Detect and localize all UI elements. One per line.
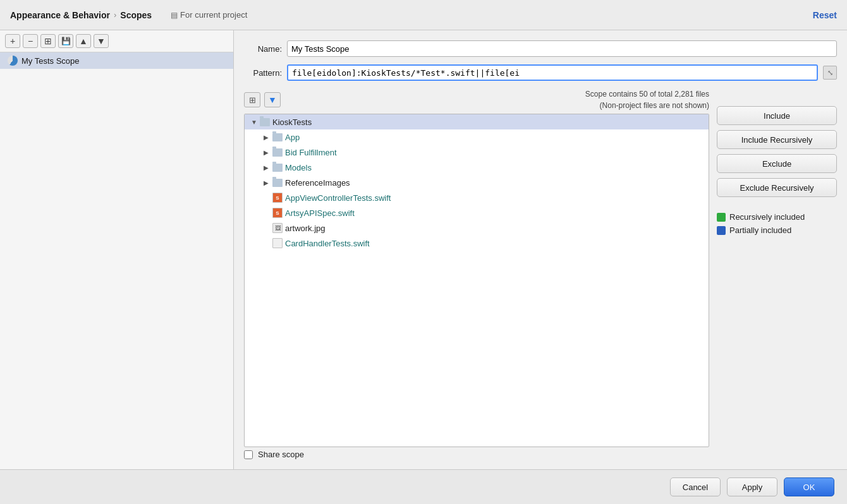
apply-button[interactable]: Apply bbox=[727, 477, 777, 496]
down-arrow-icon: ▼ bbox=[97, 36, 106, 46]
legend-recursively-included: Recursively included bbox=[717, 212, 837, 222]
action-panel: Include Include Recursively Exclude Excl… bbox=[717, 88, 837, 459]
project-label: ▤ For current project bbox=[171, 10, 247, 20]
tree-section: ⊞ ▼ Scope contains 50 of total 2,281 fil… bbox=[244, 88, 837, 459]
tree-item-label: KioskTests bbox=[272, 117, 312, 127]
save-scope-button[interactable]: 💾 bbox=[58, 34, 73, 48]
expand-icon: ⤡ bbox=[827, 69, 833, 77]
folder-icon bbox=[272, 164, 283, 172]
folder-icon bbox=[272, 148, 283, 157]
tree-item-label: ArtsyAPISpec.swift bbox=[285, 208, 355, 218]
header-breadcrumb: Appearance & Behavior › Scopes ▤ For cur… bbox=[10, 10, 247, 20]
tree-item-label: App bbox=[285, 133, 300, 142]
tree-row[interactable]: ▼ KioskTests bbox=[245, 114, 709, 129]
share-scope-checkbox[interactable] bbox=[244, 450, 253, 459]
scope-icon bbox=[8, 56, 18, 66]
header: Appearance & Behavior › Scopes ▤ For cur… bbox=[0, 0, 847, 30]
tree-item-label: Bid Fulfillment bbox=[285, 148, 337, 157]
sidebar-item-my-tests-scope[interactable]: My Tests Scope bbox=[0, 52, 233, 69]
tree-item-label: CardHandlerTests.swift bbox=[285, 239, 370, 248]
expand-arrow-icon: ▼ bbox=[251, 119, 260, 126]
tree-view-button[interactable]: ⊞ bbox=[244, 92, 260, 107]
expand-arrow-icon: ▶ bbox=[264, 134, 272, 141]
pattern-expand-button[interactable]: ⤡ bbox=[823, 66, 837, 80]
minus-icon: − bbox=[28, 36, 33, 46]
breadcrumb-sub: Scopes bbox=[120, 10, 152, 20]
name-input[interactable] bbox=[287, 40, 837, 57]
folder-icon bbox=[272, 133, 283, 141]
share-scope-label: Share scope bbox=[258, 450, 304, 459]
exclude-recursively-button[interactable]: Exclude Recursively bbox=[717, 178, 837, 197]
name-row: Name: bbox=[244, 40, 837, 57]
expand-arrow-icon: ▶ bbox=[264, 164, 272, 171]
include-recursively-button[interactable]: Include Recursively bbox=[717, 130, 837, 149]
green-dot-icon bbox=[717, 213, 726, 222]
legend-partially-included-label: Partially included bbox=[729, 225, 791, 235]
swift-file-icon: S bbox=[272, 193, 283, 203]
swift-file-icon: S bbox=[272, 208, 283, 218]
move-down-button[interactable]: ▼ bbox=[94, 34, 109, 48]
tree-toolbar: ⊞ ▼ Scope contains 50 of total 2,281 fil… bbox=[244, 88, 709, 111]
name-label: Name: bbox=[244, 44, 282, 54]
tree-row[interactable]: CardHandlerTests.swift bbox=[245, 236, 709, 251]
reset-button[interactable]: Reset bbox=[813, 10, 837, 20]
expand-arrow-icon: ▶ bbox=[264, 149, 272, 156]
tree-item-label: AppViewControllerTests.swift bbox=[285, 193, 391, 203]
ok-button[interactable]: OK bbox=[784, 477, 834, 496]
sidebar-toolbar: + − ⊞ 💾 ▲ ▼ bbox=[0, 30, 233, 52]
legend-recursively-included-label: Recursively included bbox=[729, 212, 805, 222]
grid-icon: ⊞ bbox=[249, 95, 256, 105]
tree-row[interactable]: ▶ App bbox=[245, 129, 709, 145]
tree-row[interactable]: 🖼 artwork.jpg bbox=[245, 220, 709, 236]
sidebar-item-label: My Tests Scope bbox=[21, 56, 80, 66]
tree-item-label: artwork.jpg bbox=[285, 224, 326, 233]
save-icon: 💾 bbox=[61, 37, 71, 45]
move-up-button[interactable]: ▲ bbox=[76, 34, 91, 48]
tree-container: ⊞ ▼ Scope contains 50 of total 2,281 fil… bbox=[244, 88, 709, 459]
copy-icon: ⊞ bbox=[44, 36, 52, 46]
main-content: + − ⊞ 💾 ▲ ▼ My Tests Scope bbox=[0, 30, 847, 469]
tree-item-label: ReferenceImages bbox=[285, 178, 350, 188]
remove-scope-button[interactable]: − bbox=[23, 34, 38, 48]
image-file-icon: 🖼 bbox=[272, 223, 283, 233]
footer: Cancel Apply OK bbox=[0, 469, 847, 504]
scope-info-line1: Scope contains 50 of total 2,281 files bbox=[585, 88, 709, 100]
filter-button[interactable]: ▼ bbox=[264, 92, 281, 107]
exclude-button[interactable]: Exclude bbox=[717, 154, 837, 173]
blue-dot-icon bbox=[717, 226, 726, 235]
folder-icon bbox=[272, 179, 283, 187]
pattern-label: Pattern: bbox=[244, 68, 282, 78]
file-icon bbox=[272, 238, 283, 248]
legend-partially-included: Partially included bbox=[717, 225, 837, 235]
tree-row[interactable]: ▶ Bid Fulfillment bbox=[245, 145, 709, 160]
cancel-button[interactable]: Cancel bbox=[670, 477, 721, 496]
up-arrow-icon: ▲ bbox=[79, 36, 88, 46]
tree-row[interactable]: S AppViewControllerTests.swift bbox=[245, 190, 709, 205]
project-icon: ▤ bbox=[171, 11, 178, 20]
plus-icon: + bbox=[10, 36, 15, 46]
tree-row[interactable]: ▶ Models bbox=[245, 160, 709, 175]
tree-row[interactable]: S ArtsyAPISpec.swift bbox=[245, 205, 709, 220]
breadcrumb-main: Appearance & Behavior bbox=[10, 10, 110, 20]
folder-icon bbox=[260, 118, 270, 126]
expand-arrow-icon: ▶ bbox=[264, 179, 272, 186]
project-label-text: For current project bbox=[180, 10, 247, 20]
copy-scope-button[interactable]: ⊞ bbox=[40, 34, 56, 48]
scope-info-line2: (Non-project files are not shown) bbox=[585, 100, 709, 111]
pattern-row: Pattern: ⤡ bbox=[244, 64, 837, 81]
share-scope-row: Share scope bbox=[244, 447, 709, 459]
scope-info: Scope contains 50 of total 2,281 files (… bbox=[585, 88, 709, 111]
tree-row[interactable]: ▶ ReferenceImages bbox=[245, 175, 709, 190]
sidebar: + − ⊞ 💾 ▲ ▼ My Tests Scope bbox=[0, 30, 234, 469]
chevron-icon: › bbox=[114, 10, 116, 20]
legend: Recursively included Partially included bbox=[717, 212, 837, 235]
tree-item-label: Models bbox=[285, 163, 312, 172]
add-scope-button[interactable]: + bbox=[5, 34, 20, 48]
right-panel: Name: Pattern: ⤡ ⊞ ▼ bbox=[234, 30, 847, 469]
include-button[interactable]: Include bbox=[717, 106, 837, 125]
pattern-input[interactable] bbox=[287, 64, 818, 81]
file-tree[interactable]: ▼ KioskTests ▶ App ▶ bbox=[244, 114, 709, 447]
filter-icon: ▼ bbox=[268, 95, 277, 105]
